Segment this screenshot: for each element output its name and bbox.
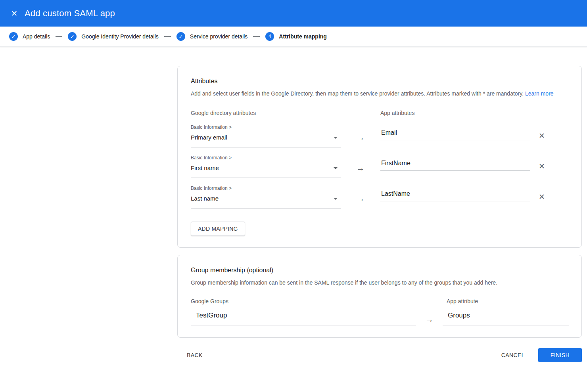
directory-attribute-select[interactable]: Basic Information > Primary email <box>191 124 341 147</box>
mapping-row: Basic Information > Last name → ✕ <box>191 185 568 208</box>
arrow-right-icon: → <box>341 185 380 203</box>
add-mapping-button[interactable]: ADD MAPPING <box>191 222 245 236</box>
attribute-category-label: Basic Information > <box>191 185 341 191</box>
mapping-row: Basic Information > Primary email → ✕ <box>191 124 568 147</box>
google-groups-header: Google Groups <box>191 297 416 305</box>
group-card-description: Group membership information can be sent… <box>191 279 568 287</box>
learn-more-link[interactable]: Learn more <box>525 90 554 97</box>
chevron-down-icon <box>334 137 338 139</box>
check-icon: ✓ <box>9 32 18 41</box>
mapping-row: Basic Information > First name → ✕ <box>191 155 568 178</box>
attributes-card-description: Add and select user fields in the Google… <box>191 90 568 98</box>
arrow-right-icon: → <box>341 124 380 142</box>
app-attributes-header: App attributes <box>380 109 530 117</box>
chevron-down-icon <box>334 198 338 200</box>
google-groups-input[interactable] <box>191 309 416 325</box>
app-attribute-input[interactable] <box>380 129 530 140</box>
close-icon[interactable]: ✕ <box>7 6 21 21</box>
arrow-right-icon: → <box>416 309 443 324</box>
step-label: Google Identity Provider details <box>81 33 159 40</box>
app-attribute-input[interactable] <box>380 190 530 201</box>
attribute-category-label: Basic Information > <box>191 124 341 130</box>
check-icon: ✓ <box>68 32 77 41</box>
footer-actions: BACK CANCEL FINISH <box>177 348 582 362</box>
attributes-card: Attributes Add and select user fields in… <box>177 66 582 248</box>
step-service-provider-details[interactable]: ✓ Service provider details <box>176 32 248 41</box>
group-mapping-row: → <box>191 309 568 325</box>
step-connector <box>253 36 260 37</box>
mapping-column-headers: Google directory attributes App attribut… <box>191 109 568 117</box>
attribute-category-label: Basic Information > <box>191 155 341 161</box>
step-attribute-mapping[interactable]: 4 Attribute mapping <box>265 32 327 41</box>
directory-attribute-select[interactable]: Basic Information > Last name <box>191 185 341 208</box>
step-connector <box>56 36 62 37</box>
step-label: Attribute mapping <box>279 33 327 40</box>
page-title: Add custom SAML app <box>25 8 115 19</box>
step-number: 4 <box>265 32 274 41</box>
step-label: App details <box>23 33 50 40</box>
attributes-card-title: Attributes <box>191 76 568 86</box>
attribute-value: First name <box>191 164 219 172</box>
step-label: Service provider details <box>190 33 248 40</box>
wizard-stepper: ✓ App details ✓ Google Identity Provider… <box>0 27 587 47</box>
cancel-button[interactable]: CANCEL <box>498 348 528 362</box>
main-content: Attributes Add and select user fields in… <box>177 66 582 362</box>
attributes-description-text: Add and select user fields in the Google… <box>191 90 524 97</box>
app-bar: ✕ Add custom SAML app <box>0 0 587 27</box>
app-attribute-input[interactable] <box>380 160 530 171</box>
remove-mapping-close-icon[interactable]: ✕ <box>535 160 548 173</box>
google-directory-attributes-header: Google directory attributes <box>191 109 341 117</box>
group-membership-card: Group membership (optional) Group member… <box>177 255 582 338</box>
finish-button[interactable]: FINISH <box>538 348 582 362</box>
chevron-down-icon <box>334 167 338 169</box>
attribute-value: Last name <box>191 194 219 203</box>
group-app-attribute-input[interactable] <box>443 309 569 325</box>
attribute-value: Primary email <box>191 133 227 142</box>
step-app-details[interactable]: ✓ App details <box>9 32 50 41</box>
back-button[interactable]: BACK <box>184 348 206 362</box>
group-column-headers: Google Groups App attribute <box>191 297 568 305</box>
arrow-right-icon: → <box>341 155 380 173</box>
remove-mapping-close-icon[interactable]: ✕ <box>535 130 548 142</box>
app-attribute-header: App attribute <box>443 297 569 305</box>
group-card-title: Group membership (optional) <box>191 266 568 275</box>
step-google-idp-details[interactable]: ✓ Google Identity Provider details <box>68 32 159 41</box>
remove-mapping-close-icon[interactable]: ✕ <box>535 191 548 203</box>
check-icon: ✓ <box>176 32 185 41</box>
step-connector <box>164 36 171 37</box>
directory-attribute-select[interactable]: Basic Information > First name <box>191 155 341 178</box>
